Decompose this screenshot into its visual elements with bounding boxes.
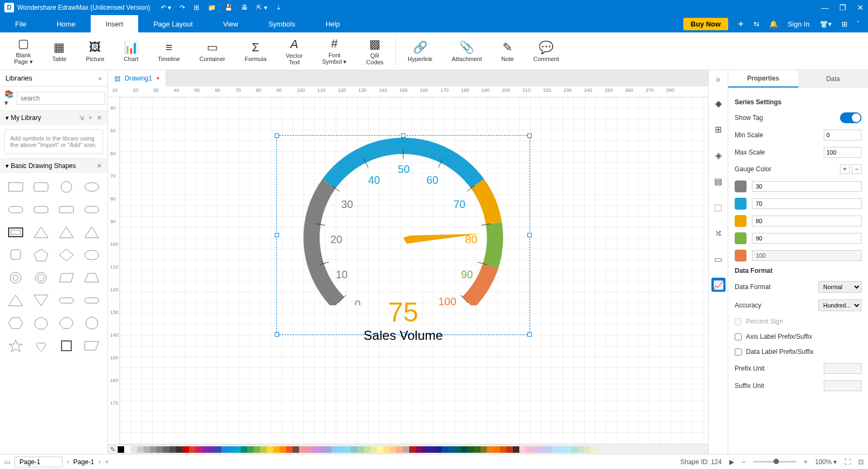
tab-properties[interactable]: Properties xyxy=(728,70,798,88)
color-cell[interactable] xyxy=(318,446,325,453)
color-cell[interactable] xyxy=(539,446,545,453)
color-cell[interactable] xyxy=(351,446,357,453)
color-cell[interactable] xyxy=(591,446,597,453)
color-cell[interactable] xyxy=(416,446,422,453)
menu-view[interactable]: View xyxy=(208,15,253,32)
color-cell[interactable] xyxy=(545,446,552,453)
color-swatch-1[interactable] xyxy=(735,180,747,192)
color-cell[interactable] xyxy=(325,446,331,453)
color-cell[interactable] xyxy=(306,446,312,453)
color-cell[interactable] xyxy=(390,446,396,453)
shape-heart[interactable] xyxy=(30,336,52,356)
color-cell[interactable] xyxy=(578,446,584,453)
color-cell[interactable] xyxy=(137,446,144,453)
shape-capsule[interactable] xyxy=(56,291,78,310)
color-cell[interactable] xyxy=(500,446,506,453)
ribbon-vector-text[interactable]: AVector Text xyxy=(279,37,310,65)
color-cell[interactable] xyxy=(202,446,208,453)
shape-triangle2[interactable] xyxy=(56,223,78,242)
menu-home[interactable]: Home xyxy=(42,15,91,32)
color-cell[interactable] xyxy=(552,446,558,453)
page-icon[interactable]: ▤ xyxy=(711,174,725,188)
color-cell[interactable] xyxy=(189,446,195,453)
color-cell[interactable] xyxy=(260,446,267,453)
grid-icon[interactable]: ⊞ xyxy=(711,122,725,136)
export-icon[interactable]: ⇱ ▾ xyxy=(256,4,267,11)
color-cell[interactable] xyxy=(377,446,383,453)
color-cell[interactable] xyxy=(254,446,260,453)
color-cell[interactable] xyxy=(293,446,299,453)
color-cell[interactable] xyxy=(234,446,241,453)
color-value-3[interactable] xyxy=(752,216,862,226)
color-cell[interactable] xyxy=(176,446,182,453)
data-format-select[interactable]: Normal xyxy=(818,281,862,293)
ribbon-picture[interactable]: 🖼Picture xyxy=(78,41,112,62)
shape-square-thick[interactable] xyxy=(56,336,78,356)
new-icon[interactable]: ⊞ xyxy=(194,4,199,11)
redo-icon[interactable]: ↷ xyxy=(180,4,185,11)
ribbon-hyperlink[interactable]: 🔗Hyperlink xyxy=(400,41,440,62)
shape-hexagon[interactable] xyxy=(4,313,26,333)
color-cell[interactable] xyxy=(584,446,591,453)
shape-ellipse[interactable] xyxy=(81,177,103,197)
ribbon-note[interactable]: ✎Note xyxy=(494,41,521,62)
color-cell[interactable] xyxy=(506,446,513,453)
color-value-4[interactable] xyxy=(752,233,862,244)
ribbon-attachment[interactable]: 📎Attachment xyxy=(444,41,490,62)
color-cell[interactable] xyxy=(422,446,429,453)
color-cell[interactable] xyxy=(429,446,435,453)
color-cell[interactable] xyxy=(480,446,487,453)
expand-panel-icon[interactable]: » xyxy=(716,75,721,84)
color-cell[interactable] xyxy=(163,446,169,453)
fit-icon[interactable]: ⛶ xyxy=(844,458,851,466)
color-cell[interactable] xyxy=(467,446,474,453)
grid-icon[interactable]: ⊞ xyxy=(842,20,847,28)
undo-icon[interactable]: ↶ ▾ xyxy=(161,4,171,11)
chart-props-icon[interactable]: 📈 xyxy=(711,278,725,292)
color-cell[interactable] xyxy=(519,446,526,453)
zoom-in-icon[interactable]: + xyxy=(804,458,808,466)
color-cell[interactable] xyxy=(532,446,539,453)
maximize-icon[interactable]: ❐ xyxy=(839,3,846,12)
zoom-out-icon[interactable]: − xyxy=(742,458,745,466)
menu-help[interactable]: Help xyxy=(310,15,355,32)
present-icon[interactable]: ▭ xyxy=(711,252,725,266)
color-cell[interactable] xyxy=(513,446,519,453)
axis-ps-checkbox[interactable] xyxy=(735,333,742,340)
color-cell[interactable] xyxy=(474,446,480,453)
shirt-icon[interactable]: 👕▾ xyxy=(819,20,832,28)
fill-icon[interactable]: ◆ xyxy=(711,96,725,110)
shape-rounded-rect[interactable] xyxy=(30,177,52,197)
color-cell[interactable] xyxy=(558,446,565,453)
gauge-chart[interactable]: 0 10 20 30 40 50 60 70 80 90 100 75 Sale… xyxy=(303,138,503,343)
color-cell[interactable] xyxy=(331,446,338,453)
color-cell[interactable] xyxy=(299,446,306,453)
share-icon[interactable]: ⇆ xyxy=(754,20,760,28)
shape-ring2[interactable] xyxy=(30,268,52,287)
color-cell[interactable] xyxy=(526,446,532,453)
color-cell[interactable] xyxy=(455,446,461,453)
color-cell[interactable] xyxy=(131,446,137,453)
color-cell[interactable] xyxy=(157,446,163,453)
shape-star[interactable] xyxy=(4,336,26,356)
color-cell[interactable] xyxy=(215,446,221,453)
shape-circle[interactable] xyxy=(56,177,78,197)
signin-link[interactable]: Sign In xyxy=(788,20,809,28)
page-layout-icon[interactable]: ▭ xyxy=(4,458,10,466)
close-mylib-icon[interactable]: ✕ xyxy=(97,114,102,122)
color-value-5[interactable] xyxy=(752,250,862,261)
shape-triangle3[interactable] xyxy=(81,223,103,242)
bell-icon[interactable]: 🔔 xyxy=(769,20,778,28)
color-cell[interactable] xyxy=(144,446,150,453)
accuracy-select[interactable]: Hundred... xyxy=(818,299,862,311)
color-cell[interactable] xyxy=(169,446,176,453)
percent-checkbox[interactable] xyxy=(735,318,742,325)
color-cell[interactable] xyxy=(338,446,344,453)
ribbon-formula[interactable]: ΣFormula xyxy=(237,41,274,62)
add-color-button[interactable]: + xyxy=(840,164,850,174)
color-cell[interactable] xyxy=(182,446,189,453)
color-cell[interactable] xyxy=(195,446,202,453)
fullscreen-icon[interactable]: ⊡ xyxy=(858,458,864,466)
color-cell[interactable] xyxy=(435,446,442,453)
prefix-input[interactable] xyxy=(824,363,862,374)
